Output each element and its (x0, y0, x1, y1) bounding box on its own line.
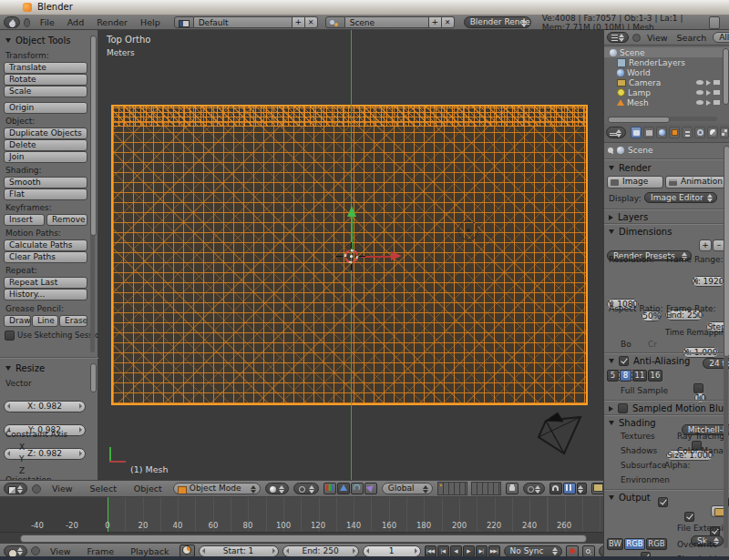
grease-erase-button[interactable]: Erase (59, 315, 87, 327)
transform-orientation-select[interactable]: Global (382, 483, 433, 494)
outliner-row-world[interactable]: World (604, 67, 729, 77)
aa-samples-11-button[interactable]: 11 (632, 370, 647, 382)
render-image-button[interactable]: Image (607, 176, 663, 188)
current-frame-field[interactable]: 1 (363, 545, 421, 557)
outliner-hscrollbar-thumb[interactable] (608, 117, 670, 123)
timeline-frame-menu[interactable]: Frame (81, 546, 121, 556)
translate-button[interactable]: Translate (4, 62, 87, 74)
sketching-session-checkbox[interactable] (5, 331, 15, 341)
collapse-menus-icon[interactable] (632, 34, 641, 42)
editor-type-selector[interactable] (4, 16, 20, 28)
add-scene-button[interactable]: + (429, 16, 442, 28)
motion-blur-checkbox[interactable] (618, 403, 628, 413)
resize-panel-header[interactable]: Resize (5, 363, 45, 373)
play-reverse-button[interactable]: ◀ (450, 545, 462, 557)
tab-object-icon[interactable] (669, 127, 680, 138)
snap-widget[interactable] (549, 483, 587, 494)
keying-mode-icon[interactable] (582, 545, 595, 557)
flat-button[interactable]: Flat (4, 188, 87, 200)
render-engine-select[interactable]: Blender Render (464, 16, 531, 28)
layer-grid-1[interactable] (437, 482, 467, 495)
breadcrumb-scene[interactable]: Scene (628, 146, 652, 155)
mode-select[interactable]: Object Mode (173, 483, 261, 494)
timeline-scrollbar[interactable] (0, 532, 603, 543)
outliner-vscrollbar-thumb[interactable] (723, 48, 729, 105)
auto-keyframe-record-icon[interactable] (566, 545, 579, 557)
sync-mode-select[interactable]: No Sync (504, 545, 562, 557)
channels-bw-button[interactable]: BW (607, 538, 623, 550)
tab-scene-icon[interactable] (643, 127, 654, 138)
channels-rgba-button[interactable]: RGB (646, 538, 667, 550)
textures-checkbox[interactable] (658, 497, 668, 507)
editor-type-selector[interactable] (607, 32, 629, 43)
tab-world-icon[interactable] (656, 127, 667, 138)
remap-new-field[interactable]: 10 (694, 392, 706, 403)
outliner-row-renderlayers[interactable]: RenderLayers (604, 57, 729, 67)
scene-name[interactable]: Scene (345, 16, 429, 28)
viewport-3d[interactable]: Top Ortho Meters (98, 30, 603, 480)
outliner-view-menu[interactable]: View (644, 33, 671, 43)
tab-render-icon[interactable] (631, 127, 642, 138)
aa-samples-8-button[interactable]: 8 (620, 370, 631, 382)
timeline-grid[interactable]: -40 -20 0 20 40 60 80 100 120 140 160 18… (0, 497, 603, 532)
origin-button[interactable]: Origin (4, 102, 87, 114)
manipulator-axes-icon[interactable] (323, 483, 336, 494)
resolution-x-field[interactable]: X: 1920 (692, 276, 725, 287)
renderable-camera-icon[interactable] (714, 80, 720, 85)
selectable-arrow-icon[interactable] (706, 90, 711, 96)
calculate-paths-button[interactable]: Calculate Paths (4, 239, 87, 251)
screen-layout-name[interactable]: Default (194, 16, 293, 28)
timeline-view-menu[interactable]: View (44, 546, 77, 556)
add-layout-button[interactable]: + (293, 16, 305, 28)
menu-add[interactable]: Add (61, 17, 90, 27)
object-menu[interactable]: Object (128, 484, 169, 494)
select-menu[interactable]: Select (84, 484, 123, 494)
shadows-checkbox[interactable] (684, 512, 694, 522)
resize-x-field[interactable]: X: 0.982 (4, 401, 86, 412)
layer-grid-2[interactable] (471, 482, 501, 495)
viewport-shading-select[interactable] (265, 483, 289, 494)
end-frame-field[interactable]: End: 250 (282, 545, 359, 557)
sampled-motion-blur-header[interactable]: Sampled Motion Blur (609, 403, 727, 413)
aa-samples-16-button[interactable]: 16 (648, 370, 662, 382)
lock-to-scene-icon[interactable] (506, 483, 519, 494)
pivot-select[interactable] (293, 483, 319, 494)
cursor-manipulator[interactable] (324, 203, 406, 303)
camera-object[interactable] (533, 410, 590, 461)
grease-draw-button[interactable]: Draw (4, 315, 31, 327)
outliner-row-lamp[interactable]: Lamp (604, 87, 729, 97)
border-checkbox[interactable] (693, 383, 703, 393)
outliner-search-menu[interactable]: Search (674, 33, 710, 43)
dimensions-panel-header[interactable]: Dimensions (609, 227, 672, 237)
layers-panel-header[interactable]: Layers (609, 212, 648, 222)
selectable-arrow-icon[interactable] (706, 80, 711, 86)
timeline-playback-menu[interactable]: Playback (124, 546, 175, 556)
delete-button[interactable]: Delete (4, 139, 87, 151)
proportional-edit-select[interactable] (523, 483, 545, 494)
jump-to-start-button[interactable]: |◀◀ (425, 545, 436, 557)
outliner-row-scene[interactable]: Scene (604, 47, 729, 57)
scale-manipulator-icon[interactable] (364, 483, 377, 494)
view-menu[interactable]: View (46, 484, 79, 494)
menu-render[interactable]: Render (90, 17, 134, 27)
editor-type-selector[interactable] (4, 483, 27, 494)
menu-help[interactable]: Help (134, 17, 167, 27)
menu-file[interactable]: File (34, 17, 61, 27)
play-button[interactable]: ▶ (463, 545, 475, 557)
start-frame-field[interactable]: Start: 1 (199, 545, 279, 557)
pin-icon[interactable] (608, 148, 613, 153)
rotate-manipulator-icon[interactable] (351, 483, 364, 494)
layers-widget[interactable] (437, 482, 501, 495)
remove-keyframe-button[interactable]: Remove (46, 214, 87, 226)
tab-material-icon[interactable] (707, 127, 718, 138)
snap-element-icon[interactable] (563, 483, 576, 494)
visibility-eye-icon[interactable] (696, 100, 703, 105)
manipulator-x-arrow-icon[interactable] (391, 251, 402, 260)
output-panel-header[interactable]: Output (609, 493, 651, 503)
collapse-menus-icon[interactable] (24, 18, 30, 27)
antialiasing-checkbox[interactable] (619, 356, 629, 366)
smooth-button[interactable]: Smooth (4, 177, 87, 188)
antialiasing-panel-header[interactable]: Anti-Aliasing (609, 356, 690, 366)
selectable-arrow-icon[interactable] (706, 100, 711, 106)
history-button[interactable]: History... (4, 289, 87, 300)
